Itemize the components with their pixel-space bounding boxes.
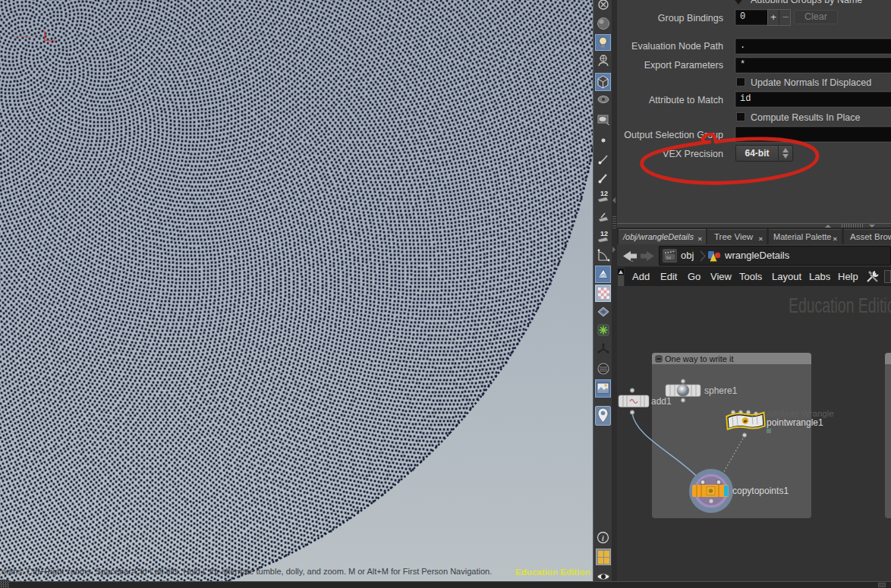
svg-text:copytopoints1: copytopoints1	[732, 486, 789, 496]
svg-text:12: 12	[600, 190, 608, 197]
svg-text:12: 12	[600, 230, 608, 237]
svg-text:One way to write it: One way to write it	[665, 354, 733, 363]
svg-text:i: i	[602, 533, 604, 542]
svg-text:pointwrangle1: pointwrangle1	[767, 417, 823, 428]
svg-text:54: 54	[666, 256, 671, 260]
svg-text:add1: add1	[651, 396, 672, 407]
svg-text:sphere1: sphere1	[704, 385, 738, 396]
